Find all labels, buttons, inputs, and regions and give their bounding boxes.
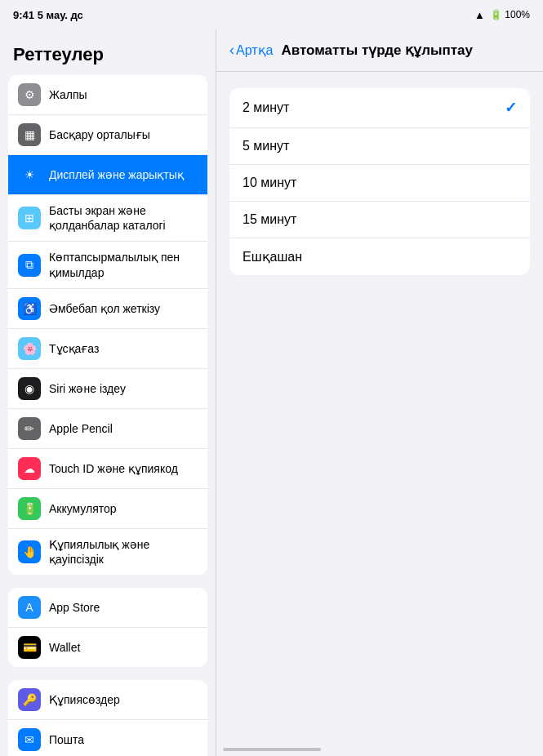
wallet-label: Wallet xyxy=(49,640,80,655)
sidebar-item-privacy[interactable]: 🤚Құпиялылық және қауіпсіздік xyxy=(8,529,207,575)
appstore-icon: A xyxy=(18,596,41,619)
back-label: Артқа xyxy=(236,42,273,58)
wallpaper-label: Тұсқағаз xyxy=(49,341,99,356)
nav-bar: ‹ Артқа Автоматты түрде құлыптау xyxy=(216,29,543,72)
control-label: Басқару орталығы xyxy=(49,127,150,142)
main-layout: Реттеулер ⚙Жалпы▦Басқару орталығы☀Диспле… xyxy=(0,29,543,756)
status-bar: 9:41 5 мау. дс ▲ 🔋 100% xyxy=(0,0,543,29)
battery-icon: 🔋 100% xyxy=(490,9,530,20)
multitasking-icon: ⧉ xyxy=(18,254,41,277)
sidebar-section-3: 🔑Құпиясөздер✉Пошта👤Контактілер📅Күнтізбе📝… xyxy=(8,680,207,756)
display-label: Дисплей және жарықтық xyxy=(49,167,184,182)
sidebar-item-battery[interactable]: 🔋Аккумулятор xyxy=(8,489,207,529)
touchid-icon: ☁ xyxy=(18,457,41,480)
sidebar-item-wallet[interactable]: 💳Wallet xyxy=(8,628,207,667)
accessibility-icon: ♿ xyxy=(18,297,41,320)
option-2min-check: ✓ xyxy=(505,99,517,117)
option-15min[interactable]: 15 минут xyxy=(229,202,530,238)
general-icon: ⚙ xyxy=(18,83,41,106)
multitasking-label: Көптапсырмалылық пен қимылдар xyxy=(49,250,198,279)
sidebar-item-mail[interactable]: ✉Пошта xyxy=(8,720,207,756)
status-right: ▲ 🔋 100% xyxy=(474,9,530,21)
pencil-label: Apple Pencil xyxy=(49,421,113,436)
option-never[interactable]: Ешқашан xyxy=(229,238,530,275)
nav-title: Автоматты түрде құлыптау xyxy=(273,42,481,59)
sidebar-item-touchid[interactable]: ☁Touch ID және құпиякод xyxy=(8,449,207,489)
options-list: 2 минут✓5 минут10 минут15 минутЕшқашан xyxy=(229,88,530,275)
control-icon: ▦ xyxy=(18,123,41,146)
sidebar-section-1: ⚙Жалпы▦Басқару орталығы☀Дисплей және жар… xyxy=(8,75,207,575)
chevron-left-icon: ‹ xyxy=(229,42,234,59)
sidebar-item-display[interactable]: ☀Дисплей және жарықтық xyxy=(8,155,207,195)
sidebar-item-passwords[interactable]: 🔑Құпиясөздер xyxy=(8,680,207,720)
appstore-label: App Store xyxy=(49,600,100,615)
options-container: 2 минут✓5 минут10 минут15 минутЕшқашан xyxy=(216,72,543,291)
pencil-icon: ✏ xyxy=(18,417,41,440)
battery-icon: 🔋 xyxy=(18,497,41,520)
sidebar-item-general[interactable]: ⚙Жалпы xyxy=(8,75,207,115)
wifi-icon: ▲ xyxy=(474,9,485,21)
right-panel: ‹ Артқа Автоматты түрде құлыптау 2 минут… xyxy=(216,29,543,756)
passwords-label: Құпиясөздер xyxy=(49,692,120,707)
privacy-icon: 🤚 xyxy=(18,540,41,563)
mail-icon: ✉ xyxy=(18,728,41,751)
siri-label: Siri және іздеу xyxy=(49,381,126,396)
wallet-icon: 💳 xyxy=(18,636,41,659)
sidebar-section-2: AApp Store💳Wallet xyxy=(8,588,207,667)
option-never-label: Ешқашан xyxy=(243,249,302,265)
homescreen-label: Басты экран және қолданбалар каталогі xyxy=(49,203,198,233)
option-5min-label: 5 минут xyxy=(243,139,289,153)
homescreen-icon: ⊞ xyxy=(18,207,41,229)
option-10min[interactable]: 10 минут xyxy=(229,165,530,202)
privacy-label: Құпиялылық және қауіпсіздік xyxy=(49,537,198,567)
home-indicator xyxy=(223,748,321,751)
sidebar: Реттеулер ⚙Жалпы▦Басқару орталығы☀Диспле… xyxy=(0,29,216,756)
display-icon: ☀ xyxy=(18,163,41,186)
sidebar-item-control[interactable]: ▦Басқару орталығы xyxy=(8,115,207,155)
option-10min-label: 10 минут xyxy=(243,176,296,190)
battery-label: Аккумулятор xyxy=(49,501,117,516)
sidebar-item-wallpaper[interactable]: 🌸Тұсқағаз xyxy=(8,329,207,369)
passwords-icon: 🔑 xyxy=(18,688,41,711)
option-15min-label: 15 минут xyxy=(243,212,296,227)
sidebar-item-appstore[interactable]: AApp Store xyxy=(8,588,207,628)
option-2min[interactable]: 2 минут✓ xyxy=(229,88,530,128)
mail-label: Пошта xyxy=(49,732,84,747)
wallpaper-icon: 🌸 xyxy=(18,337,41,360)
sidebar-item-homescreen[interactable]: ⊞Басты экран және қолданбалар каталогі xyxy=(8,195,207,242)
accessibility-label: Әмбебап қол жеткізу xyxy=(49,301,160,316)
option-5min[interactable]: 5 минут xyxy=(229,128,530,165)
sidebar-item-siri[interactable]: ◉Siri және іздеу xyxy=(8,369,207,409)
back-button[interactable]: ‹ Артқа xyxy=(229,42,273,59)
touchid-label: Touch ID және құпиякод xyxy=(49,461,178,476)
sidebar-item-multitasking[interactable]: ⧉Көптапсырмалылық пен қимылдар xyxy=(8,242,207,288)
sidebar-item-accessibility[interactable]: ♿Әмбебап қол жеткізу xyxy=(8,289,207,329)
general-label: Жалпы xyxy=(49,87,87,102)
option-2min-label: 2 минут xyxy=(243,100,289,115)
status-time: 9:41 5 мау. дс xyxy=(13,9,83,21)
sidebar-item-pencil[interactable]: ✏Apple Pencil xyxy=(8,409,207,449)
sidebar-title: Реттеулер xyxy=(0,29,216,75)
siri-icon: ◉ xyxy=(18,377,41,400)
